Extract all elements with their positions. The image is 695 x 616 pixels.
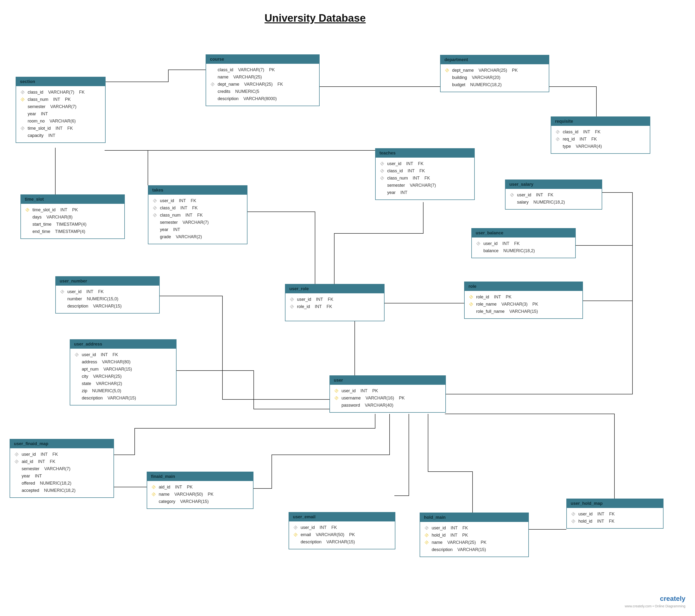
column-row: semester VARCHAR(7) — [20, 103, 101, 110]
entity-header[interactable]: user_number — [56, 277, 159, 286]
entity-user[interactable]: user⚿user_id INT PK⚿username VARCHAR(16)… — [329, 376, 446, 413]
entity-user_balance[interactable]: user_balance⚿user_id INT FKbalance NUMER… — [471, 228, 576, 258]
connector — [175, 370, 329, 409]
column-type: NUMERIC(18,2) — [531, 199, 565, 206]
entity-header[interactable]: department — [441, 55, 549, 64]
entity-department[interactable]: department⚿dept_name VARCHAR(25) PKbuild… — [440, 55, 549, 92]
entity-user_role[interactable]: user_role⚿user_id INT FK⚿role_id INT FK — [285, 284, 385, 321]
entity-body: ⚿class_id VARCHAR(7) FK⚿class_num INT PK… — [16, 86, 105, 143]
column-row: address VARCHAR(80) — [74, 358, 172, 366]
column-type: INT — [448, 532, 457, 539]
entity-header[interactable]: user — [330, 376, 445, 385]
column-name: capacity — [28, 132, 44, 139]
entity-header[interactable]: user_email — [289, 513, 395, 521]
entity-header[interactable]: section — [16, 77, 105, 86]
column-row: ⚿dept_name VARCHAR(25) FK — [210, 81, 315, 88]
column-row: state VARCHAR(2) — [74, 380, 172, 387]
column-type: INT — [38, 110, 48, 117]
entity-header[interactable]: time_slot — [21, 195, 124, 204]
column-type: INT — [317, 524, 326, 531]
entity-section[interactable]: section⚿class_id VARCHAR(7) FK⚿class_num… — [16, 77, 105, 143]
entity-header[interactable]: hold_main — [420, 513, 528, 522]
column-type: INT — [577, 135, 587, 143]
entity-header[interactable]: user_finaid_map — [10, 439, 114, 448]
entity-header[interactable]: course — [206, 55, 319, 64]
entity-header[interactable]: takes — [148, 186, 247, 195]
connector — [253, 414, 390, 488]
entity-body: ⚿dept_name VARCHAR(25) PKbuilding VARCHA… — [441, 64, 549, 92]
column-keylabel: FK — [593, 128, 600, 135]
column-type: VARCHAR(8) — [44, 213, 73, 221]
key-icon-fk: ⚿ — [20, 124, 25, 132]
column-name: state — [82, 380, 91, 387]
entity-header[interactable]: user_address — [70, 340, 176, 349]
column-name: year — [22, 472, 30, 480]
column-type: VARCHAR(15) — [324, 538, 355, 546]
entity-header[interactable]: finaid_main — [147, 472, 253, 481]
entity-takes[interactable]: takes⚿user_id INT FK⚿class_id INT FK⚿cla… — [148, 185, 248, 244]
column-name: accepted — [22, 487, 39, 494]
entity-requisite[interactable]: requisite⚿class_id INT FK⚿req_id INT FKt… — [551, 116, 650, 154]
entity-role[interactable]: role⚿role_id INT PK⚿role_name VARCHAR(3)… — [464, 282, 583, 319]
column-row: year INT — [379, 189, 470, 196]
column-name: semester — [160, 219, 178, 226]
column-type: TIMESTAMP(4) — [54, 221, 86, 228]
entity-hold_main[interactable]: hold_main⚿user_id INT FK⚿hold_id INT PK⚿… — [420, 513, 529, 557]
entity-teaches[interactable]: teaches⚿user_id INT FK⚿class_id INT FK⚿c… — [375, 148, 475, 200]
column-name: role_name — [476, 301, 497, 308]
entity-user_finaid_map[interactable]: user_finaid_map⚿user_id INT FK⚿aid_id IN… — [10, 439, 114, 498]
entity-header[interactable]: user_balance — [472, 229, 575, 237]
entity-user_email[interactable]: user_email⚿user_id INT FK⚿email VARCHAR(… — [289, 512, 395, 549]
column-row: grade VARCHAR(2) — [152, 233, 243, 240]
key-icon-pk: ⚿ — [469, 301, 474, 308]
entity-header[interactable]: requisite — [551, 117, 650, 126]
column-type: VARCHAR(7) — [48, 103, 77, 110]
entity-time_slot[interactable]: time_slot⚿time_slot_id INT PKdays VARCHA… — [20, 195, 125, 239]
key-icon-fk: ⚿ — [555, 135, 560, 143]
entity-header[interactable]: user_hold_map — [567, 499, 663, 508]
column-row: semester VARCHAR(7) — [379, 182, 470, 189]
column-type: INT — [533, 191, 543, 199]
column-row: ⚿user_id INT PK — [334, 387, 442, 394]
entity-user_number[interactable]: user_number⚿user_id INT FKnumber NUMERIC… — [55, 276, 160, 314]
column-keylabel: PK — [184, 483, 193, 490]
entity-course[interactable]: courseclass_id VARCHAR(7) PKname VARCHAR… — [206, 54, 320, 106]
column-type: INT — [448, 524, 458, 532]
column-type: VARCHAR(2) — [173, 233, 202, 240]
column-keylabel: FK — [325, 296, 333, 303]
key-icon-fk: ⚿ — [571, 518, 576, 525]
column-type: INT — [312, 303, 322, 310]
column-type: VARCHAR(15) — [507, 308, 538, 315]
entity-header[interactable]: user_role — [286, 284, 384, 293]
column-name: hold_id — [432, 532, 446, 539]
column-type: NUMERIC(5 — [233, 88, 259, 95]
column-type: INT — [358, 387, 368, 394]
key-icon-fk: ⚿ — [476, 240, 481, 247]
key-icon-fk: ⚿ — [152, 212, 157, 219]
column-keylabel: PK — [530, 301, 538, 308]
column-keylabel: PK — [347, 531, 355, 538]
entity-user_address[interactable]: user_address⚿user_id INT FKaddress VARCH… — [70, 339, 176, 405]
column-name: semester — [387, 182, 405, 189]
entity-header[interactable]: user_salary — [506, 180, 602, 189]
entity-user_hold_map[interactable]: user_hold_map⚿user_id INT FK⚿hold_id INT… — [566, 499, 663, 529]
column-keylabel: FK — [545, 191, 553, 199]
column-type: INT — [84, 288, 93, 295]
column-type: INT — [53, 124, 63, 132]
entity-body: ⚿user_id INT FK⚿aid_id INT FKsemester VA… — [10, 448, 114, 497]
column-row: category VARCHAR(15) — [151, 498, 249, 505]
column-row: description VARCHAR(15) — [60, 302, 155, 310]
column-row: ⚿role_id INT FK — [289, 303, 380, 310]
entity-user_salary[interactable]: user_salary⚿user_id INT FKsalary NUMERIC… — [505, 180, 602, 210]
column-name: apt_num — [82, 366, 99, 373]
key-icon-fk: ⚿ — [289, 296, 294, 303]
entity-finaid_main[interactable]: finaid_main⚿aid_id INT PK⚿name VARCHAR(5… — [147, 472, 253, 509]
column-type: INT — [32, 472, 42, 480]
entity-header[interactable]: teaches — [376, 149, 474, 157]
column-row: semester VARCHAR(7) — [14, 465, 110, 472]
column-row: role_full_name VARCHAR(15) — [469, 308, 579, 315]
column-row: ⚿class_id INT FK — [555, 128, 646, 135]
entity-header[interactable]: role — [464, 282, 582, 291]
column-row: zip NUMERIC(5,0) — [74, 387, 172, 394]
column-row: ⚿user_id INT FK — [152, 197, 243, 204]
